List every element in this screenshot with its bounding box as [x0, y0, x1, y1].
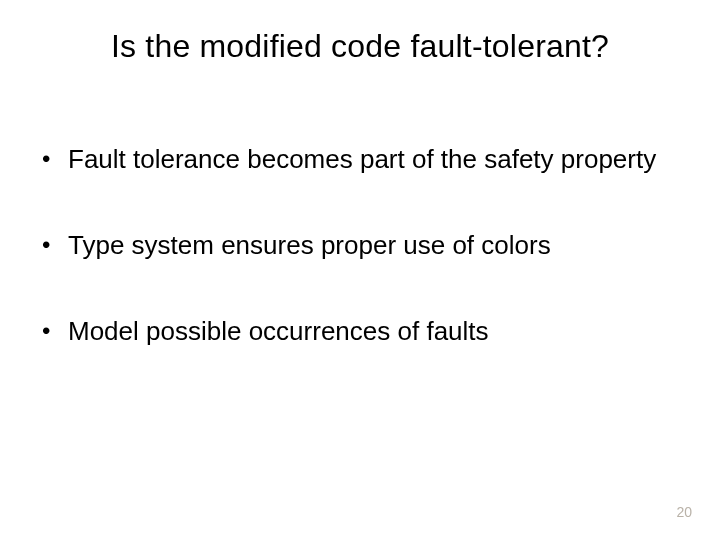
page-number: 20: [676, 504, 692, 520]
list-item: Fault tolerance becomes part of the safe…: [40, 145, 680, 175]
bullet-list: Fault tolerance becomes part of the safe…: [40, 145, 680, 347]
slide: Is the modified code fault-tolerant? Fau…: [0, 0, 720, 540]
list-item: Type system ensures proper use of colors: [40, 231, 680, 261]
list-item: Model possible occurrences of faults: [40, 317, 680, 347]
slide-title: Is the modified code fault-tolerant?: [40, 28, 680, 65]
